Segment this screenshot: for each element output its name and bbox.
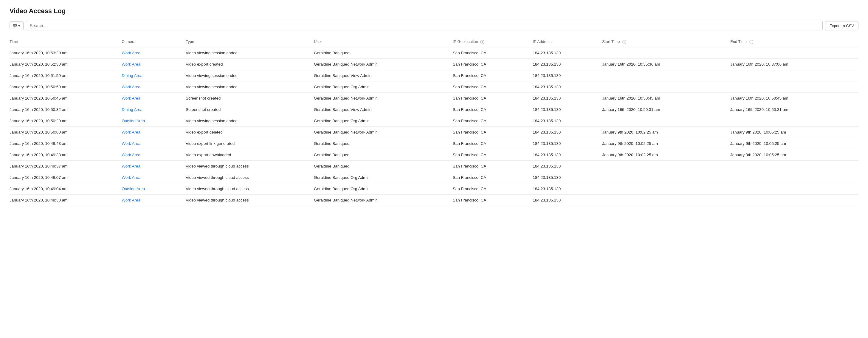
camera-link[interactable]: Outside Area [122, 187, 145, 191]
svg-point-5 [14, 26, 15, 27]
cell-start_time [602, 183, 730, 194]
table-row: January 16th 2020, 10:49:37 amWork AreaV… [9, 160, 859, 172]
cell-end_time [730, 81, 859, 92]
cell-type: Video viewing session ended [186, 81, 314, 92]
camera-link[interactable]: Work Area [122, 130, 141, 134]
cell-geo: San Francisco, CA [453, 70, 533, 81]
cell-camera[interactable]: Work Area [122, 126, 186, 138]
cell-end_time: January 9th 2020, 10:05:25 am [730, 138, 859, 149]
cell-time: January 16th 2020, 10:50:32 am [9, 104, 122, 115]
cell-camera[interactable]: Dining Area [122, 104, 186, 115]
cell-start_time: January 9th 2020, 10:02:25 am [602, 149, 730, 160]
cell-start_time [602, 172, 730, 183]
cell-user: Geraldine Baniqued Org Admin [314, 81, 453, 92]
cell-start_time [602, 47, 730, 58]
col-header-time: Time [9, 36, 122, 47]
cell-start_time: January 9th 2020, 10:02:25 am [602, 138, 730, 149]
search-input[interactable] [26, 21, 823, 30]
cell-type: Video viewed through cloud access [186, 194, 314, 206]
cell-end_time: January 16th 2020, 10:37:06 am [730, 58, 859, 70]
cell-time: January 16th 2020, 10:52:30 am [9, 58, 122, 70]
col-header-end: End Time i [730, 36, 859, 47]
cell-camera[interactable]: Work Area [122, 47, 186, 58]
cell-start_time: January 9th 2020, 10:02:25 am [602, 126, 730, 138]
cell-geo: San Francisco, CA [453, 81, 533, 92]
cell-user: Geraldine Baniqued [314, 160, 453, 172]
table-row: January 16th 2020, 10:53:29 amWork AreaV… [9, 47, 859, 58]
cell-type: Screenshot created [186, 92, 314, 104]
cell-user: Geraldine Baniqued Network Admin [314, 92, 453, 104]
camera-link[interactable]: Dining Area [122, 107, 143, 112]
cell-type: Video viewed through cloud access [186, 160, 314, 172]
table-row: January 16th 2020, 10:49:07 amWork AreaV… [9, 172, 859, 183]
col-header-type: Type [186, 36, 314, 47]
camera-link[interactable]: Work Area [122, 164, 141, 168]
camera-link[interactable]: Work Area [122, 198, 141, 203]
filter-button[interactable]: ▾ [9, 22, 24, 30]
page-title: Video Access Log [9, 7, 859, 15]
cell-ip: 184.23.135.130 [533, 160, 602, 172]
camera-link[interactable]: Work Area [122, 153, 141, 157]
geo-info-icon: i [480, 40, 485, 44]
log-table: Time Camera Type User IP Geolocation i I… [9, 36, 859, 206]
camera-link[interactable]: Work Area [122, 85, 141, 89]
cell-camera[interactable]: Work Area [122, 149, 186, 160]
cell-end_time: January 16th 2020, 10:50:31 am [730, 104, 859, 115]
cell-geo: San Francisco, CA [453, 138, 533, 149]
cell-ip: 184.23.135.130 [533, 92, 602, 104]
cell-ip: 184.23.135.130 [533, 115, 602, 126]
col-header-geo: IP Geolocation i [453, 36, 533, 47]
camera-link[interactable]: Work Area [122, 141, 141, 146]
cell-user: Geraldine Baniqued Network Admin [314, 126, 453, 138]
camera-link[interactable]: Outside Area [122, 119, 145, 123]
camera-link[interactable]: Work Area [122, 175, 141, 180]
cell-type: Video viewing session ended [186, 47, 314, 58]
table-row: January 16th 2020, 10:52:30 amWork AreaV… [9, 58, 859, 70]
cell-ip: 184.23.135.130 [533, 149, 602, 160]
cell-time: January 16th 2020, 10:48:38 am [9, 194, 122, 206]
cell-user: Geraldine Baniqued Org Admin [314, 183, 453, 194]
camera-link[interactable]: Work Area [122, 62, 141, 66]
cell-time: January 16th 2020, 10:50:45 am [9, 92, 122, 104]
cell-geo: San Francisco, CA [453, 92, 533, 104]
cell-user: Geraldine Baniqued Org Admin [314, 115, 453, 126]
cell-camera[interactable]: Work Area [122, 172, 186, 183]
cell-camera[interactable]: Work Area [122, 194, 186, 206]
col-header-camera: Camera [122, 36, 186, 47]
cell-geo: San Francisco, CA [453, 160, 533, 172]
cell-time: January 16th 2020, 10:50:59 am [9, 81, 122, 92]
camera-link[interactable]: Dining Area [122, 73, 143, 78]
cell-camera[interactable]: Outside Area [122, 115, 186, 126]
cell-user: Geraldine Baniqued [314, 47, 453, 58]
cell-camera[interactable]: Work Area [122, 81, 186, 92]
cell-camera[interactable]: Outside Area [122, 183, 186, 194]
cell-user: Geraldine Baniqued [314, 149, 453, 160]
cell-time: January 16th 2020, 10:50:29 am [9, 115, 122, 126]
svg-point-3 [13, 24, 14, 25]
cell-end_time [730, 194, 859, 206]
export-button[interactable]: Export to CSV [825, 21, 859, 30]
cell-geo: San Francisco, CA [453, 149, 533, 160]
cell-type: Video export deleted [186, 126, 314, 138]
cell-camera[interactable]: Work Area [122, 92, 186, 104]
table-row: January 16th 2020, 10:49:43 amWork AreaV… [9, 138, 859, 149]
cell-end_time [730, 115, 859, 126]
table-row: January 16th 2020, 10:48:38 amWork AreaV… [9, 194, 859, 206]
cell-camera[interactable]: Work Area [122, 160, 186, 172]
cell-ip: 184.23.135.130 [533, 104, 602, 115]
cell-camera[interactable]: Work Area [122, 58, 186, 70]
cell-camera[interactable]: Dining Area [122, 70, 186, 81]
camera-link[interactable]: Work Area [122, 51, 141, 55]
cell-camera[interactable]: Work Area [122, 138, 186, 149]
cell-time: January 16th 2020, 10:51:59 am [9, 70, 122, 81]
table-row: January 16th 2020, 10:49:38 amWork AreaV… [9, 149, 859, 160]
cell-end_time [730, 70, 859, 81]
cell-start_time [602, 115, 730, 126]
cell-time: January 16th 2020, 10:50:00 am [9, 126, 122, 138]
cell-start_time [602, 160, 730, 172]
cell-end_time: January 9th 2020, 10:05:25 am [730, 149, 859, 160]
camera-link[interactable]: Work Area [122, 96, 141, 100]
cell-user: Geraldine Baniqued [314, 138, 453, 149]
col-header-start: Start Time i [602, 36, 730, 47]
cell-type: Video export downloaded [186, 149, 314, 160]
